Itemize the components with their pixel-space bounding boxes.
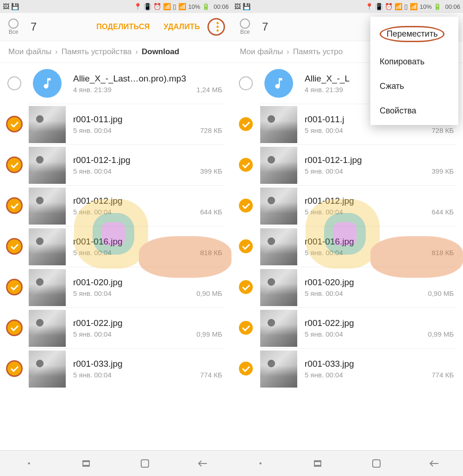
- file-date: 5 янв. 00:04: [305, 330, 343, 338]
- file-date: 5 янв. 00:04: [73, 208, 112, 216]
- android-navbar: •: [232, 450, 463, 476]
- file-date: 5 янв. 00:04: [305, 167, 343, 175]
- music-icon: [264, 69, 293, 98]
- file-row[interactable]: r001-022.jpg5 янв. 00:040,99 МБ: [0, 307, 232, 348]
- nav-back-button[interactable]: [197, 457, 209, 470]
- nav-dot-icon[interactable]: •: [23, 457, 35, 470]
- file-checkbox[interactable]: [7, 239, 21, 253]
- file-row[interactable]: r001-011.jpg5 янв. 00:04728 КБ: [0, 104, 232, 144]
- nav-recents-button[interactable]: [313, 457, 325, 470]
- file-checkbox[interactable]: [239, 199, 253, 213]
- location-icon: 📍: [134, 3, 142, 10]
- menu-item-move[interactable]: Переместить: [370, 19, 458, 50]
- selection-count: 7: [31, 20, 37, 33]
- nav-home-button[interactable]: [139, 457, 151, 470]
- file-row[interactable]: Allie_X_-_Last…on.pro).mp34 янв. 21:391,…: [0, 63, 232, 104]
- breadcrumb-mid[interactable]: Память устро: [293, 47, 343, 56]
- file-checkbox[interactable]: [7, 76, 21, 90]
- file-name: Allie_X_-_Last…on.pro).mp3: [73, 74, 224, 84]
- file-list[interactable]: Allie_X_-_Last…on.pro).mp34 янв. 21:391,…: [0, 63, 232, 450]
- file-name: r001-022.jpg: [305, 318, 456, 328]
- file-checkbox[interactable]: [239, 239, 253, 253]
- chevron-right-icon: ›: [135, 47, 138, 56]
- file-checkbox[interactable]: [239, 280, 253, 294]
- file-checkbox[interactable]: [7, 117, 21, 131]
- file-row[interactable]: r001-033.jpg5 янв. 00:04774 КБ: [232, 348, 463, 389]
- svg-point-2: [217, 30, 219, 32]
- clock: 00:06: [213, 3, 229, 10]
- file-row[interactable]: r001-020.jpg5 янв. 00:040,90 МБ: [0, 267, 232, 307]
- photo-thumbnail: [260, 228, 297, 265]
- file-row[interactable]: r001-012-1.jpg5 янв. 00:04399 КБ: [0, 144, 232, 185]
- photo-thumbnail: [260, 106, 297, 143]
- nav-recents-button[interactable]: [81, 457, 93, 470]
- select-all-button[interactable]: Все: [8, 19, 19, 35]
- nav-dot-icon[interactable]: •: [255, 457, 267, 470]
- signal-icon: 📶: [178, 3, 186, 10]
- overflow-menu: Переместить Копировать Сжать Свойства: [370, 17, 458, 125]
- clock: 00:06: [445, 3, 460, 10]
- status-bar: 🖼 💾 📍 📳 ⏰ 📶 ▯ 📶 10% 🔋 00:06: [232, 0, 463, 13]
- file-size: 644 КБ: [432, 208, 454, 216]
- file-date: 4 янв. 21:39: [305, 86, 343, 94]
- delete-button[interactable]: УДАЛИТЬ: [164, 23, 200, 31]
- breadcrumb-root[interactable]: Мои файлы: [8, 47, 51, 56]
- file-name: r001-022.jpg: [73, 318, 224, 328]
- select-all-button[interactable]: Все: [240, 19, 250, 35]
- svg-point-1: [217, 26, 219, 28]
- sim-icon: ▯: [404, 3, 408, 10]
- file-size: 728 КБ: [432, 126, 454, 134]
- vibrate-icon: 📳: [375, 3, 383, 10]
- file-checkbox[interactable]: [7, 362, 21, 376]
- menu-item-properties[interactable]: Свойства: [370, 99, 458, 123]
- file-checkbox[interactable]: [7, 158, 21, 172]
- share-button[interactable]: ПОДЕЛИТЬСЯ: [96, 23, 150, 31]
- file-row[interactable]: r001-020.jpg5 янв. 00:040,90 МБ: [232, 267, 463, 307]
- photo-thumbnail: [29, 269, 66, 306]
- file-size: 818 КБ: [432, 249, 454, 257]
- file-row[interactable]: r001-022.jpg5 янв. 00:040,99 МБ: [232, 307, 463, 348]
- breadcrumb-mid[interactable]: Память устройства: [62, 47, 132, 56]
- file-row[interactable]: r001-016.jpg5 янв. 00:04818 КБ: [0, 226, 232, 267]
- chevron-right-icon: ›: [287, 47, 289, 56]
- breadcrumb-root[interactable]: Мои файлы: [240, 47, 283, 56]
- file-size: 0,90 МБ: [428, 289, 454, 297]
- selection-toolbar: Все 7 ПОДЕЛИТЬСЯ УДАЛИТЬ: [0, 13, 232, 41]
- file-name: r001-016.jpg: [305, 237, 456, 247]
- file-checkbox[interactable]: [7, 280, 21, 294]
- file-row[interactable]: r001-033.jpg5 янв. 00:04774 КБ: [0, 348, 232, 389]
- photo-thumbnail: [260, 188, 297, 225]
- breadcrumb: Мои файлы › Память устройства › Download: [0, 41, 232, 63]
- file-row[interactable]: r001-012.jpg5 янв. 00:04644 КБ: [0, 185, 232, 226]
- file-checkbox[interactable]: [239, 158, 253, 172]
- file-size: 728 КБ: [200, 126, 222, 134]
- nav-back-button[interactable]: [428, 457, 440, 470]
- file-size: 818 КБ: [200, 249, 222, 257]
- sim-icon: ▯: [173, 3, 176, 10]
- file-date: 5 янв. 00:04: [73, 289, 112, 297]
- file-size: 644 КБ: [200, 208, 222, 216]
- file-date: 5 янв. 00:04: [305, 249, 343, 257]
- select-all-label: Все: [240, 29, 250, 35]
- file-checkbox[interactable]: [239, 362, 253, 376]
- screen-left: 🖼 💾 📍 📳 ⏰ 📶 ▯ 📶 10% 🔋 00:06 Все 7 ПОДЕЛИ…: [0, 0, 232, 476]
- file-checkbox[interactable]: [239, 117, 253, 131]
- file-row[interactable]: r001-012.jpg5 янв. 00:04644 КБ: [232, 185, 463, 226]
- file-row[interactable]: r001-016.jpg5 янв. 00:04818 КБ: [232, 226, 463, 267]
- file-checkbox[interactable]: [7, 199, 21, 213]
- file-checkbox[interactable]: [7, 321, 21, 335]
- nav-home-button[interactable]: [370, 457, 382, 470]
- file-row[interactable]: r001-012-1.jpg5 янв. 00:04399 КБ: [232, 144, 463, 185]
- photo-thumbnail: [260, 269, 297, 306]
- menu-item-copy[interactable]: Копировать: [370, 50, 458, 74]
- file-checkbox[interactable]: [239, 76, 253, 90]
- overflow-button[interactable]: [207, 18, 225, 36]
- file-size: 0,99 МБ: [196, 330, 222, 338]
- file-date: 4 янв. 21:39: [73, 86, 112, 94]
- wifi-icon: 📶: [394, 3, 402, 10]
- menu-item-compress[interactable]: Сжать: [370, 74, 458, 99]
- file-size: 0,90 МБ: [196, 289, 222, 297]
- file-checkbox[interactable]: [239, 321, 253, 335]
- battery-pct: 10%: [419, 3, 432, 10]
- battery-icon: 🔋: [202, 3, 210, 10]
